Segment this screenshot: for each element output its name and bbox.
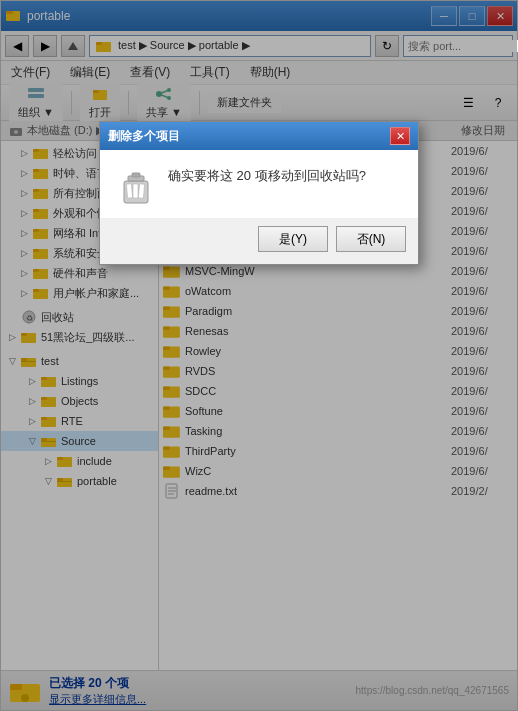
dialog-title-bar: 删除多个项目 ✕ [100, 122, 418, 150]
window-frame: portable ─ □ ✕ ◀ ▶ test ▶ Source ▶ porta… [0, 0, 518, 711]
dialog-cancel-button[interactable]: 否(N) [336, 226, 406, 252]
dialog-overlay: 删除多个项目 ✕ 确实要将这 20 项移动到回收站吗 [1, 1, 517, 710]
dialog-title: 删除多个项目 [108, 128, 180, 145]
delete-dialog: 删除多个项目 ✕ 确实要将这 20 项移动到回收站吗 [99, 121, 419, 265]
svg-rect-98 [133, 184, 138, 198]
dialog-confirm-button[interactable]: 是(Y) [258, 226, 328, 252]
svg-rect-97 [126, 184, 132, 198]
svg-rect-96 [132, 173, 140, 177]
dialog-message: 确实要将这 20 项移动到回收站吗? [168, 166, 402, 186]
svg-rect-99 [138, 184, 144, 198]
dialog-close-button[interactable]: ✕ [390, 127, 410, 145]
dialog-body: 确实要将这 20 项移动到回收站吗? [100, 150, 418, 218]
recycle-bin-icon [116, 166, 156, 206]
dialog-buttons: 是(Y) 否(N) [100, 218, 418, 264]
